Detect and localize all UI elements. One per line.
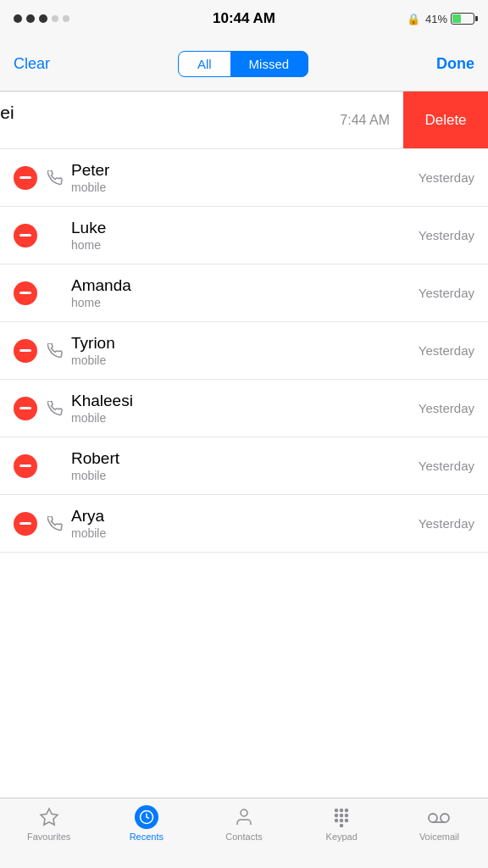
- minus-button-robert[interactable]: [14, 454, 37, 478]
- signal-dot-4: [52, 15, 58, 22]
- call-type-robert: mobile: [71, 469, 419, 482]
- call-time-khaleesi: Yesterday: [419, 401, 474, 415]
- segment-missed[interactable]: Missed: [230, 52, 308, 76]
- star-icon: [37, 805, 61, 829]
- svg-point-12: [341, 825, 343, 827]
- status-time: 10:44 AM: [213, 10, 275, 27]
- keypad-icon: [330, 805, 353, 829]
- call-type-amanda: home: [71, 296, 419, 309]
- svg-point-11: [346, 820, 348, 822]
- signal-dot-5: [63, 15, 69, 22]
- tab-favourites[interactable]: Favourites: [0, 805, 97, 842]
- call-item-amanda[interactable]: Amanda home Yesterday: [0, 264, 488, 322]
- tab-label-favourites: Favourites: [27, 832, 70, 842]
- call-item-khaleesi[interactable]: Khaleesi mobile Yesterday: [0, 380, 488, 437]
- minus-button-khaleesi[interactable]: [14, 397, 37, 420]
- recents-icon: [135, 805, 158, 829]
- signal-dot-1: [14, 14, 22, 23]
- lock-icon: 🔒: [407, 13, 420, 25]
- call-item-container-khaleesi: Khaleesi mobile Yesterday: [0, 380, 488, 437]
- call-item-container-robert: Robert mobile Yesterday: [0, 437, 488, 495]
- call-name-arya: Arya: [71, 507, 419, 526]
- call-name-tyrion: Tyrion: [71, 334, 419, 353]
- call-type-arya: mobile: [71, 526, 419, 540]
- tab-label-contacts: Contacts: [225, 832, 262, 842]
- call-info-peter: Peter mobile: [71, 161, 419, 194]
- call-time-robert: Yesterday: [419, 459, 474, 473]
- call-icon-peter: [47, 170, 63, 186]
- signal-indicators: [14, 14, 69, 23]
- battery-fill: [452, 14, 461, 23]
- signal-dot-2: [26, 14, 35, 23]
- call-info-robert: Robert mobile: [71, 449, 419, 482]
- call-icon-khaleesi: [47, 401, 63, 416]
- nav-bar: Clear All Missed Done: [0, 37, 488, 92]
- call-name-peter: Peter: [71, 161, 419, 180]
- tab-voicemail[interactable]: Voicemail: [391, 805, 488, 842]
- done-button[interactable]: Done: [436, 55, 474, 73]
- call-item-luke[interactable]: Luke home Yesterday: [0, 207, 488, 264]
- battery-body: [451, 13, 474, 25]
- svg-point-6: [336, 815, 338, 817]
- call-item-peter[interactable]: Peter mobile Yesterday: [0, 149, 488, 207]
- minus-button-arya[interactable]: [14, 512, 37, 536]
- call-item-container-tyrion: Tyrion mobile Yesterday: [0, 322, 488, 380]
- tab-label-keypad: Keypad: [326, 832, 358, 842]
- status-right: 🔒 41%: [407, 13, 474, 25]
- svg-point-13: [429, 814, 437, 822]
- svg-point-9: [336, 820, 338, 822]
- svg-marker-0: [41, 809, 58, 825]
- call-name-robert: Robert: [71, 449, 419, 468]
- signal-dot-3: [39, 14, 47, 23]
- minus-button-tyrion[interactable]: [14, 339, 37, 363]
- svg-point-10: [341, 820, 343, 822]
- tab-bar: Favourites Recents Contacts: [0, 798, 488, 868]
- call-time-tyrion: Yesterday: [419, 343, 474, 358]
- minus-button-luke[interactable]: [14, 224, 37, 248]
- clear-button[interactable]: Clear: [14, 55, 50, 73]
- tab-label-recents: Recents: [130, 832, 164, 842]
- svg-point-5: [346, 810, 348, 812]
- call-name-luke: Luke: [71, 219, 419, 237]
- call-time-peter: Yesterday: [419, 170, 474, 185]
- call-info-khaleesi: Khaleesi mobile: [71, 392, 419, 425]
- battery-percent: 41%: [425, 13, 447, 25]
- call-type-luke: home: [71, 238, 419, 252]
- call-time-amanda: Yesterday: [419, 286, 474, 300]
- status-bar: 10:44 AM 🔒 41%: [0, 0, 488, 37]
- svg-point-3: [336, 810, 338, 812]
- tab-contacts[interactable]: Contacts: [195, 805, 292, 842]
- svg-point-2: [241, 810, 247, 816]
- call-info-arya: Arya mobile: [71, 507, 419, 540]
- call-icon-tyrion: [47, 343, 63, 359]
- svg-point-8: [346, 815, 348, 817]
- call-item-container-luke: Luke home Yesterday: [0, 207, 488, 264]
- call-info-amanda: Amanda home: [71, 276, 419, 309]
- delete-button-cersei[interactable]: Delete: [403, 92, 488, 149]
- call-name-khaleesi: Khaleesi: [71, 392, 419, 410]
- minus-button-amanda[interactable]: [14, 281, 37, 305]
- call-item-container-peter: Peter mobile Yesterday: [0, 149, 488, 207]
- segment-control[interactable]: All Missed: [178, 51, 308, 77]
- call-item-robert[interactable]: Robert mobile Yesterday: [0, 437, 488, 495]
- call-item-container-arya: Arya mobile Yesterday: [0, 495, 488, 553]
- call-item-cersei[interactable]: Cersei home 7:44 AM: [0, 92, 403, 149]
- tab-label-voicemail: Voicemail: [419, 832, 459, 842]
- segment-all[interactable]: All: [179, 52, 230, 76]
- call-item-container-amanda: Amanda home Yesterday: [0, 264, 488, 322]
- tab-recents[interactable]: Recents: [97, 805, 195, 842]
- call-list: Cersei home 7:44 AM Delete Peter mobile …: [0, 92, 488, 798]
- call-time-luke: Yesterday: [419, 228, 474, 242]
- call-info-luke: Luke home: [71, 219, 419, 252]
- call-icon-arya: [47, 516, 63, 531]
- call-name-cersei: Cersei: [0, 103, 340, 123]
- call-item-container-cersei: Cersei home 7:44 AM Delete: [0, 92, 488, 149]
- call-item-arya[interactable]: Arya mobile Yesterday: [0, 495, 488, 553]
- call-type-khaleesi: mobile: [71, 411, 419, 425]
- svg-point-7: [341, 815, 343, 817]
- tab-keypad[interactable]: Keypad: [293, 805, 391, 842]
- call-item-tyrion[interactable]: Tyrion mobile Yesterday: [0, 322, 488, 380]
- minus-button-peter[interactable]: [14, 166, 37, 190]
- call-name-amanda: Amanda: [71, 276, 419, 295]
- call-info-tyrion: Tyrion mobile: [71, 334, 419, 367]
